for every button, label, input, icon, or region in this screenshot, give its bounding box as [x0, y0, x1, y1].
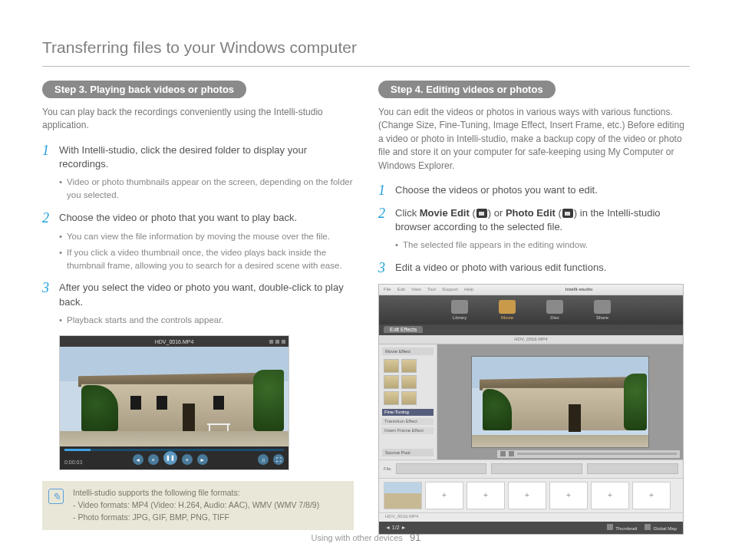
pause-button[interactable]: ❚❚ — [163, 451, 177, 465]
effect-thumb[interactable] — [401, 359, 417, 373]
menu-item[interactable]: Help — [464, 287, 473, 292]
page-number: 91 — [410, 532, 420, 543]
text-fragment: ( — [556, 207, 562, 219]
step3-item-1: 1 With Intelli-studio, click the desired… — [42, 143, 354, 171]
note-icon: ✎ — [48, 489, 64, 504]
editor-sidebar: Movie Effect Fine-Tuning Transition Effe… — [379, 344, 437, 460]
timeline-frame[interactable]: + — [632, 482, 671, 509]
text-fragment: Click — [395, 207, 420, 219]
num-1: 1 — [378, 183, 389, 199]
seek-bar[interactable] — [64, 449, 284, 451]
step3-item-1-bullets: Video or photo thumbnails appear on the … — [59, 176, 354, 201]
sidebar-head: Movie Effect — [382, 348, 434, 355]
page-footer: Using with other devices 91 — [0, 532, 732, 543]
timeline-label: HDV_0016.MP4 — [379, 512, 683, 522]
editor-body: Movie Effect Fine-Tuning Transition Effe… — [379, 344, 683, 460]
menu-item[interactable]: File — [384, 287, 391, 292]
strip-seg — [396, 463, 487, 474]
view-global-map[interactable]: Global Map — [645, 524, 677, 531]
footer-section: Using with other devices — [312, 533, 403, 542]
menu-item[interactable]: Edit — [397, 287, 405, 292]
window-buttons — [269, 340, 285, 344]
video-frame — [60, 347, 289, 446]
sidebar-item[interactable]: Fine-Tuning — [382, 409, 434, 416]
view-thumbnail[interactable]: Thumbnail — [607, 524, 637, 531]
mode-share[interactable]: Share — [594, 300, 611, 320]
play-seek[interactable] — [517, 453, 677, 455]
editor-window: File Edit View Tool Support Help Intelli… — [378, 284, 684, 535]
mode-movie[interactable]: Movie — [499, 300, 516, 320]
menu-item[interactable]: Tool — [427, 287, 436, 292]
text-fragment: ( — [470, 207, 476, 219]
play-button[interactable] — [500, 451, 506, 456]
player-titlebar: HDV_0016.MP4 — [60, 336, 289, 347]
mode-label: Share — [596, 315, 608, 320]
timeline-frame[interactable]: + — [508, 482, 546, 509]
player-filename: HDV_0016.MP4 — [155, 339, 194, 344]
mode-label: Disc — [550, 315, 559, 320]
sidebar-item[interactable]: Transition Effect — [382, 418, 434, 425]
list-item: Video or photo thumbnails appear on the … — [59, 176, 354, 201]
effect-thumb[interactable] — [384, 375, 399, 389]
note-line-1: Intelli-studio supports the following fi… — [73, 487, 346, 499]
step3-item-2-bullets: You can view the file information by mov… — [59, 230, 354, 272]
fullscreen-button[interactable]: ⛶ — [273, 454, 284, 465]
menu-item[interactable]: Support — [442, 287, 458, 292]
step4-item-1-text: Choose the videos or photos you want to … — [395, 183, 598, 199]
left-column: Step 3. Playing back videos or photos Yo… — [42, 81, 354, 535]
effect-thumb[interactable] — [384, 391, 399, 405]
time-elapsed: 0:00:03 — [64, 460, 82, 465]
format-note: ✎ Intelli-studio supports the following … — [42, 481, 354, 529]
editor-modebar: Library Movie Disc Share — [379, 295, 683, 324]
globe-icon — [645, 524, 651, 530]
disc-icon — [546, 300, 563, 314]
share-icon — [594, 300, 611, 314]
num-1: 1 — [42, 143, 53, 171]
source-pool-head: Source Pool — [382, 449, 434, 456]
step4-item-2-bullets: The selected file appears in the editing… — [395, 239, 690, 252]
photo-edit-label: Photo Edit — [506, 207, 556, 219]
mode-library[interactable]: Library — [451, 300, 468, 320]
right-column: Step 4. Editing videos or photos You can… — [378, 81, 690, 535]
mode-label: Movie — [501, 315, 513, 320]
forward-button[interactable]: » — [182, 454, 193, 465]
timeline-frame[interactable]: + — [591, 482, 629, 509]
volume-button[interactable]: ♫ — [258, 454, 269, 465]
video-player: HDV_0016.MP4 0:00:03 ◄ « ❚❚ » — [59, 335, 289, 470]
step3-intro: You can play back the recordings conveni… — [42, 106, 354, 133]
step3-item-1-text: With Intelli-studio, click the desired f… — [59, 143, 354, 171]
timeline-frame[interactable]: + — [467, 482, 505, 509]
step4-item-2-text: Click Movie Edit () or Photo Edit () in … — [395, 206, 690, 234]
step4-item-3: 3 Edit a video or photo with various edi… — [378, 261, 690, 276]
timeline-frame[interactable] — [384, 482, 422, 509]
stop-button[interactable] — [509, 451, 514, 456]
page-title: Transferring files to your Windows compu… — [42, 38, 690, 67]
effect-thumb[interactable] — [384, 359, 399, 373]
num-2: 2 — [378, 206, 389, 234]
movie-edit-label: Movie Edit — [420, 207, 470, 219]
editor-canvas — [472, 357, 648, 447]
editor-canvas-area — [437, 344, 683, 460]
next-button[interactable]: ► — [197, 454, 208, 465]
effect-thumb[interactable] — [401, 391, 417, 405]
thumbnail-icon — [607, 524, 613, 530]
mode-disc[interactable]: Disc — [546, 300, 563, 320]
list-item: The selected file appears in the editing… — [395, 239, 690, 252]
photo-edit-icon — [562, 209, 573, 218]
timeline-frame[interactable]: + — [549, 482, 588, 509]
effect-thumb[interactable] — [401, 375, 417, 389]
step4-intro: You can edit the videos or photos in var… — [378, 106, 690, 173]
editor-filebar: HDV_0016.MP4 — [379, 335, 683, 344]
prev-button[interactable]: ◄ — [133, 454, 143, 465]
sidebar-item[interactable]: Insert Frame Effect — [382, 427, 434, 434]
step3-item-3-text: After you select the video or photo you … — [59, 281, 354, 308]
rewind-button[interactable]: « — [148, 454, 159, 465]
movie-edit-icon — [476, 209, 487, 218]
strip-seg — [491, 463, 582, 474]
tab-edit-effects[interactable]: Edit Effects — [384, 326, 423, 333]
note-line-3: - Photo formats: JPG, GIF, BMP, PNG, TIF… — [73, 512, 346, 524]
movie-icon — [499, 300, 516, 314]
step3-pill: Step 3. Playing back videos or photos — [42, 81, 246, 98]
menu-item[interactable]: View — [411, 287, 421, 292]
timeline-frame[interactable]: + — [425, 482, 463, 509]
